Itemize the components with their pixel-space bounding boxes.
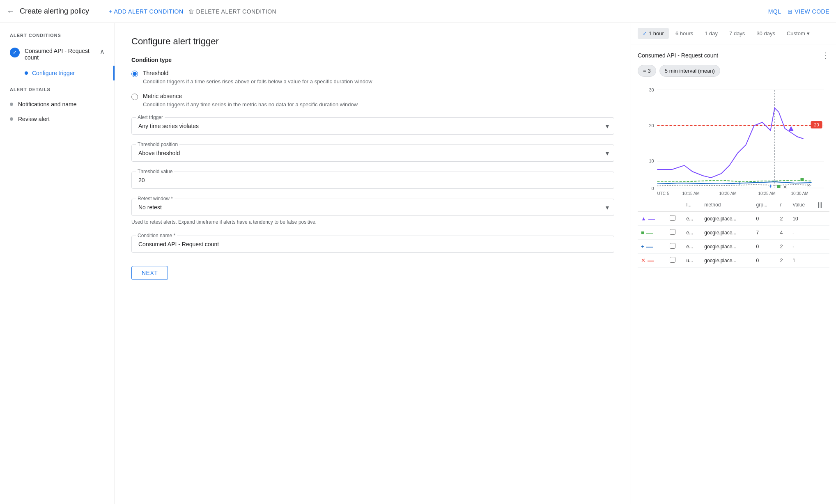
time-6hours-button[interactable]: 6 hours [671, 28, 698, 39]
next-button[interactable]: NEXT [131, 266, 168, 280]
alert-conditions-section: ALERT CONDITIONS [0, 33, 115, 43]
threshold-position-select[interactable]: Threshold position Above threshold ▾ [131, 144, 614, 162]
consumed-api-icon: ✓ [10, 48, 20, 57]
legend-grp: 0 [753, 212, 777, 226]
alert-trigger-label: Alert trigger [136, 115, 165, 120]
page-title: Create alerting policy [20, 7, 89, 16]
metric-absence-desc: Condition triggers if any time series in… [143, 101, 358, 108]
col-method-header: method [701, 198, 753, 212]
top-bar-left: ← Create alerting policy + ADD ALERT CON… [7, 7, 768, 16]
legend-checkbox-cell[interactable] [666, 240, 683, 254]
metric-absence-label: Metric absence [143, 93, 358, 99]
svg-rect-22 [777, 185, 781, 188]
sidebar-item-notifications[interactable]: Notifications and name [0, 97, 115, 112]
chart-title: Consumed API - Request count [638, 52, 718, 59]
custom-dropdown-icon: ▾ [807, 30, 810, 37]
retest-window-value: No retest [138, 204, 162, 211]
legend-checkbox[interactable] [670, 243, 675, 249]
threshold-value-input[interactable] [138, 177, 597, 183]
time-1hour-button[interactable]: ✓ 1 hour [638, 28, 669, 39]
checkmark-icon: ✓ [643, 30, 647, 37]
right-panel: ✓ 1 hour 6 hours 1 day 7 days 30 days Cu… [631, 23, 836, 504]
alert-trigger-select[interactable]: Alert trigger Any time series violates ▾ [131, 117, 614, 135]
chart-controls: ≡ 3 5 min interval (mean) [638, 65, 829, 77]
legend-method: google.place... [701, 212, 753, 226]
time-1day-button[interactable]: 1 day [700, 28, 723, 39]
legend-r: 2 [777, 240, 789, 254]
chart-svg: 30 20 10 0 20 [638, 83, 829, 198]
condition-name-container: Condition name * [131, 236, 614, 253]
legend-col1: e... [683, 226, 701, 240]
metric-absence-radio-input[interactable] [131, 94, 138, 100]
svg-text:20: 20 [649, 123, 654, 128]
retest-window-label: Retest window * [136, 196, 175, 202]
condition-type-label: Condition type [131, 57, 614, 63]
condition-name-input[interactable] [138, 241, 597, 247]
legend-bars [815, 226, 829, 240]
time-7days-button[interactable]: 7 days [724, 28, 750, 39]
legend-col1: e... [683, 240, 701, 254]
legend-checkbox-cell[interactable] [666, 226, 683, 240]
legend-checkbox[interactable] [670, 215, 675, 221]
threshold-radio-input[interactable] [131, 71, 138, 77]
top-bar-right: MQL ⊞ VIEW CODE [768, 8, 829, 15]
notifications-label: Notifications and name [18, 101, 76, 108]
legend-value: 1 [789, 254, 815, 268]
filter-icon: ≡ [643, 68, 646, 74]
legend-r: 4 [777, 226, 789, 240]
chart-header: Consumed API - Request count ⋮ [638, 51, 829, 60]
legend-grp: 0 [753, 240, 777, 254]
legend-checkbox[interactable] [670, 257, 675, 263]
legend-checkbox[interactable] [670, 229, 675, 235]
top-bar: ← Create alerting policy + ADD ALERT CON… [0, 0, 836, 23]
legend-checkbox-cell[interactable] [666, 254, 683, 268]
sidebar-item-consumed-api[interactable]: ✓ Consumed API - Request count ∧ [0, 43, 115, 66]
mql-button[interactable]: MQL [768, 8, 781, 15]
legend-row: ✕ u... google.place... 0 2 1 [638, 254, 829, 268]
legend-checkbox-cell[interactable] [666, 212, 683, 226]
legend-series-icon: ▲ [638, 212, 666, 226]
svg-marker-12 [789, 126, 794, 131]
sidebar-item-configure-trigger[interactable]: Configure trigger [20, 66, 115, 80]
custom-time-button[interactable]: Custom ▾ [782, 28, 815, 39]
threshold-radio-option[interactable]: Threshold Condition triggers if a time s… [131, 70, 614, 85]
back-button[interactable]: ← [7, 7, 15, 16]
legend-series-icon: + [638, 240, 666, 254]
threshold-label: Threshold [143, 70, 372, 76]
threshold-option-text: Threshold Condition triggers if a time s… [143, 70, 372, 85]
legend-value: - [789, 240, 815, 254]
metric-absence-radio-option[interactable]: Metric absence Condition triggers if any… [131, 93, 614, 108]
col-l-header: l... [683, 198, 701, 212]
interval-label: 5 min interval (mean) [665, 68, 715, 74]
legend-row: ■ e... google.place... 7 4 - [638, 226, 829, 240]
svg-text:UTC-5: UTC-5 [657, 191, 670, 196]
legend-bars [815, 212, 829, 226]
add-alert-condition-button[interactable]: + ADD ALERT CONDITION [109, 8, 184, 15]
chevron-up-icon: ∧ [100, 48, 105, 55]
chart-menu-button[interactable]: ⋮ [822, 51, 829, 60]
filter-button[interactable]: ≡ 3 [638, 65, 656, 77]
col-grp-header: grp... [753, 198, 777, 212]
col-bars-header: ||| [815, 198, 829, 212]
alert-details-section: ALERT DETAILS Notifications and name Rev… [0, 87, 115, 126]
svg-text:10:25 AM: 10:25 AM [758, 191, 776, 196]
time-30days-button[interactable]: 30 days [751, 28, 780, 39]
interval-button[interactable]: 5 min interval (mean) [659, 65, 720, 77]
threshold-position-value: Above threshold [138, 150, 180, 156]
svg-text:✕: ✕ [807, 183, 810, 188]
legend-row: ▲ e... google.place... 0 2 10 [638, 212, 829, 226]
metric-absence-option-text: Metric absence Condition triggers if any… [143, 93, 358, 108]
legend-series-icon: ✕ [638, 254, 666, 268]
svg-text:30: 30 [649, 87, 654, 92]
section-title: Configure alert trigger [131, 36, 614, 47]
svg-text:10:20 AM: 10:20 AM [719, 191, 737, 196]
chart-container: Consumed API - Request count ⋮ ≡ 3 5 min… [631, 44, 836, 274]
view-code-button[interactable]: ⊞ VIEW CODE [788, 8, 829, 15]
retest-window-select[interactable]: Retest window * No retest ▾ [131, 199, 614, 216]
delete-alert-condition-button[interactable]: 🗑 DELETE ALERT CONDITION [188, 8, 277, 15]
sidebar-item-review-alert[interactable]: Review alert [0, 112, 115, 126]
legend-col1: e... [683, 212, 701, 226]
retest-hint: Used to retest alerts. Expand timeframe … [131, 218, 614, 226]
threshold-position-arrow-icon: ▾ [606, 149, 609, 157]
legend-grp: 7 [753, 226, 777, 240]
